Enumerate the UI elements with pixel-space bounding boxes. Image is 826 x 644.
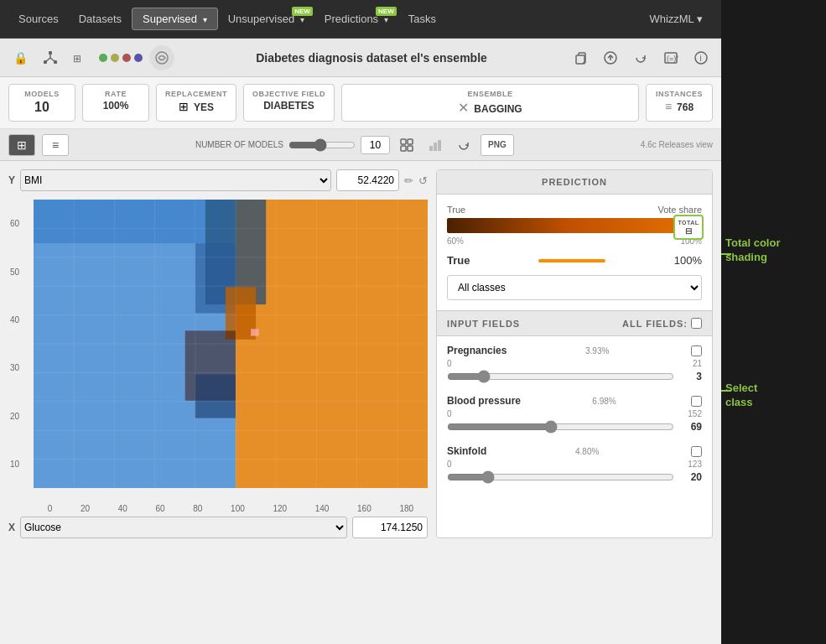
annotation-line-2 bbox=[721, 390, 731, 392]
nav-tasks[interactable]: Tasks bbox=[398, 8, 446, 29]
y-value-input[interactable] bbox=[336, 169, 399, 191]
field-range-1: 0 152 bbox=[447, 409, 702, 418]
status-dots bbox=[99, 54, 143, 62]
all-fields-label: All fields: bbox=[622, 319, 688, 329]
copy-icon[interactable] bbox=[569, 46, 592, 70]
nav-predictions[interactable]: NEW Predictions ▾ bbox=[314, 8, 398, 29]
y-refresh-icon[interactable]: ↺ bbox=[418, 174, 428, 187]
refresh-small-icon[interactable] bbox=[452, 133, 475, 157]
all-fields-checkbox[interactable] bbox=[691, 318, 702, 329]
field-pct-0: 3.93% bbox=[585, 346, 609, 356]
y-edit-icon[interactable]: ✏ bbox=[404, 174, 413, 187]
stat-replacement-value: YES bbox=[194, 101, 214, 113]
heatmap-canvas: 10 20 30 40 50 60 bbox=[34, 200, 428, 488]
field-slider-1[interactable] bbox=[447, 420, 674, 434]
list-view-btn[interactable]: ≡ bbox=[42, 134, 69, 156]
nav-sources[interactable]: Sources bbox=[8, 8, 69, 29]
stat-ensemble: ENSEMBLE ✕ BAGGING bbox=[341, 84, 639, 122]
stat-instances-label: INSTANCES bbox=[655, 90, 704, 98]
lock-icon[interactable]: 🔒 bbox=[8, 46, 32, 70]
input-fields-label: INPUT FIELDS bbox=[447, 319, 520, 329]
prediction-header: PREDICTION bbox=[437, 170, 712, 195]
x-tick-20: 20 bbox=[81, 504, 90, 513]
total-btn-label: TOTAL bbox=[678, 220, 699, 226]
field-pct-1: 6.98% bbox=[592, 397, 616, 406]
vote-labels-row: True Vote share bbox=[447, 205, 702, 215]
x-axis-label: X bbox=[8, 522, 15, 533]
stat-objective-label: OBJECTIVE FIELD bbox=[252, 90, 325, 98]
models-slider-section: NUMBER OF MODELS PNG bbox=[195, 133, 514, 157]
prediction-result-label: True bbox=[447, 254, 470, 267]
nav-supervised[interactable]: Supervised ▾ bbox=[132, 8, 218, 30]
unsupervised-arrow: ▾ bbox=[300, 15, 304, 24]
nav-whizzml[interactable]: WhizzML ▾ bbox=[639, 8, 713, 29]
top-nav: Sources Datasets Supervised ▾ NEW Unsupe… bbox=[0, 0, 721, 39]
stat-ensemble-label: ENSEMBLE bbox=[351, 90, 630, 98]
replacement-icon: ⊞ bbox=[179, 100, 189, 113]
field-min-2: 0 bbox=[447, 460, 452, 469]
total-color-btn[interactable]: TOTAL ⊟ bbox=[673, 215, 704, 240]
nav-datasets[interactable]: Datasets bbox=[69, 8, 132, 29]
field-name-0: Pregnancies bbox=[447, 345, 507, 356]
predictions-arrow: ▾ bbox=[384, 15, 388, 24]
field-row: Skinfold 4.80% 0 123 20 bbox=[447, 445, 702, 484]
models-range-slider[interactable] bbox=[288, 138, 356, 152]
y-ticks: 10 20 30 40 50 60 bbox=[10, 200, 19, 488]
heatmap-svg bbox=[34, 200, 428, 488]
grid-view-btn[interactable]: ⊞ bbox=[8, 134, 35, 156]
releases-label: 4.6c Releases view bbox=[641, 140, 713, 149]
field-min-0: 0 bbox=[447, 359, 452, 368]
field-checkbox-1[interactable] bbox=[691, 396, 702, 407]
field-checkbox-2[interactable] bbox=[691, 446, 702, 457]
chart-icon[interactable] bbox=[423, 133, 447, 157]
field-value-0: 3 bbox=[681, 371, 702, 382]
stats-row: MODELS 10 RATE 100% REPLACEMENT ⊞ YES OB… bbox=[0, 77, 721, 129]
x-tick-80: 80 bbox=[193, 504, 202, 513]
all-fields-check: All fields: bbox=[622, 318, 702, 329]
models-number-input[interactable] bbox=[361, 136, 390, 154]
field-row: Blood pressure 6.98% 0 152 69 bbox=[447, 395, 702, 434]
stat-instances-value: 768 bbox=[677, 101, 694, 113]
whizzml-arrow: ▾ bbox=[697, 13, 703, 25]
y-tick-30: 30 bbox=[10, 363, 19, 372]
models-grid-icon[interactable] bbox=[395, 133, 418, 157]
stat-objective: OBJECTIVE FIELD DIABETES bbox=[243, 84, 335, 122]
right-panel: PREDICTION True Vote share TOTAL ⊟ bbox=[436, 169, 713, 538]
y-tick-60: 60 bbox=[10, 219, 19, 228]
y-field-select[interactable]: BMI bbox=[20, 169, 331, 191]
field-range-2: 0 123 bbox=[447, 460, 702, 469]
vote-bar-container: TOTAL ⊟ bbox=[447, 218, 702, 233]
stat-objective-value: DIABETES bbox=[252, 100, 325, 112]
x-value-input[interactable] bbox=[352, 517, 428, 538]
stat-rate-value: 100% bbox=[91, 100, 140, 112]
field-checkbox-0[interactable] bbox=[691, 345, 702, 356]
y-tick-40: 40 bbox=[10, 315, 19, 325]
upload-icon[interactable] bbox=[599, 46, 622, 70]
class-dropdown[interactable]: All classes bbox=[447, 275, 702, 300]
png-export-btn[interactable]: PNG bbox=[481, 134, 514, 156]
annotation-line-1 bbox=[721, 253, 731, 255]
field-slider-0[interactable] bbox=[447, 370, 674, 383]
svg-rect-27 bbox=[34, 200, 205, 243]
svg-rect-21 bbox=[438, 140, 441, 151]
field-header-0: Pregnancies 3.93% bbox=[447, 345, 702, 356]
x-tick-60: 60 bbox=[156, 504, 165, 513]
info-icon[interactable]: i bbox=[689, 46, 713, 70]
code-icon[interactable]: ⊞ bbox=[69, 46, 92, 70]
formula-icon[interactable]: (=)° bbox=[659, 46, 683, 70]
stat-replacement-label: REPLACEMENT bbox=[165, 90, 227, 98]
svg-text:⊞: ⊞ bbox=[73, 53, 81, 65]
x-field-select[interactable]: Glucose bbox=[20, 517, 347, 538]
dot-1 bbox=[99, 54, 107, 62]
svg-rect-20 bbox=[434, 143, 437, 151]
field-slider-2[interactable] bbox=[447, 470, 674, 484]
annotation-select-class-text: Selectclass bbox=[725, 382, 757, 410]
x-tick-140: 140 bbox=[315, 504, 330, 513]
nav-unsupervised[interactable]: NEW Unsupervised ▾ bbox=[218, 8, 314, 29]
page-title: Diabetes diagnosis dataset el's ensemble bbox=[181, 51, 562, 65]
tree-icon[interactable] bbox=[39, 46, 62, 70]
dot-4 bbox=[134, 54, 143, 62]
range-min: 60% bbox=[447, 236, 464, 246]
range-labels: 60% 100% bbox=[447, 236, 702, 246]
refresh-icon[interactable] bbox=[629, 46, 652, 70]
